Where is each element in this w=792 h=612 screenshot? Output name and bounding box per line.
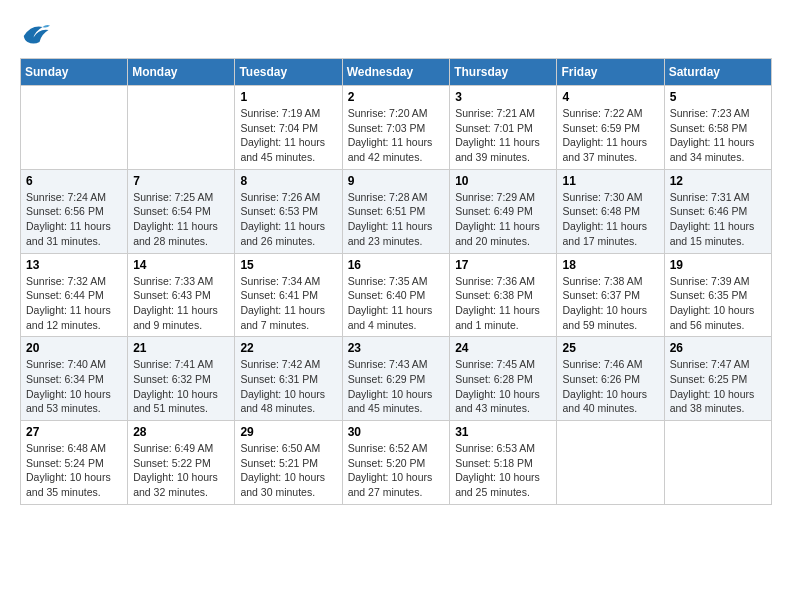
calendar-cell: 26Sunrise: 7:47 AMSunset: 6:25 PMDayligh… — [664, 337, 771, 421]
day-number: 14 — [133, 258, 229, 272]
day-number: 20 — [26, 341, 122, 355]
day-info: Sunrise: 7:26 AMSunset: 6:53 PMDaylight:… — [240, 190, 336, 249]
day-number: 7 — [133, 174, 229, 188]
day-info: Sunrise: 7:46 AMSunset: 6:26 PMDaylight:… — [562, 357, 658, 416]
calendar-cell: 10Sunrise: 7:29 AMSunset: 6:49 PMDayligh… — [450, 169, 557, 253]
day-number: 15 — [240, 258, 336, 272]
day-number: 3 — [455, 90, 551, 104]
calendar-cell — [664, 421, 771, 505]
calendar-cell: 27Sunrise: 6:48 AMSunset: 5:24 PMDayligh… — [21, 421, 128, 505]
day-number: 19 — [670, 258, 766, 272]
day-number: 10 — [455, 174, 551, 188]
day-info: Sunrise: 7:20 AMSunset: 7:03 PMDaylight:… — [348, 106, 445, 165]
day-number: 26 — [670, 341, 766, 355]
calendar-cell: 17Sunrise: 7:36 AMSunset: 6:38 PMDayligh… — [450, 253, 557, 337]
calendar-cell: 9Sunrise: 7:28 AMSunset: 6:51 PMDaylight… — [342, 169, 450, 253]
day-info: Sunrise: 7:38 AMSunset: 6:37 PMDaylight:… — [562, 274, 658, 333]
day-info: Sunrise: 7:30 AMSunset: 6:48 PMDaylight:… — [562, 190, 658, 249]
logo — [20, 20, 54, 48]
calendar-cell: 25Sunrise: 7:46 AMSunset: 6:26 PMDayligh… — [557, 337, 664, 421]
calendar-cell: 6Sunrise: 7:24 AMSunset: 6:56 PMDaylight… — [21, 169, 128, 253]
weekday-header: Tuesday — [235, 59, 342, 86]
calendar-week-row: 20Sunrise: 7:40 AMSunset: 6:34 PMDayligh… — [21, 337, 772, 421]
calendar-cell: 19Sunrise: 7:39 AMSunset: 6:35 PMDayligh… — [664, 253, 771, 337]
day-info: Sunrise: 7:41 AMSunset: 6:32 PMDaylight:… — [133, 357, 229, 416]
calendar-cell — [128, 86, 235, 170]
calendar-cell: 8Sunrise: 7:26 AMSunset: 6:53 PMDaylight… — [235, 169, 342, 253]
calendar-cell: 20Sunrise: 7:40 AMSunset: 6:34 PMDayligh… — [21, 337, 128, 421]
day-number: 18 — [562, 258, 658, 272]
calendar-header-row: SundayMondayTuesdayWednesdayThursdayFrid… — [21, 59, 772, 86]
day-number: 21 — [133, 341, 229, 355]
day-number: 6 — [26, 174, 122, 188]
day-number: 31 — [455, 425, 551, 439]
calendar-cell: 21Sunrise: 7:41 AMSunset: 6:32 PMDayligh… — [128, 337, 235, 421]
day-info: Sunrise: 7:24 AMSunset: 6:56 PMDaylight:… — [26, 190, 122, 249]
weekday-header: Friday — [557, 59, 664, 86]
calendar-cell — [21, 86, 128, 170]
calendar-cell: 4Sunrise: 7:22 AMSunset: 6:59 PMDaylight… — [557, 86, 664, 170]
calendar-cell: 24Sunrise: 7:45 AMSunset: 6:28 PMDayligh… — [450, 337, 557, 421]
day-info: Sunrise: 7:22 AMSunset: 6:59 PMDaylight:… — [562, 106, 658, 165]
day-info: Sunrise: 7:34 AMSunset: 6:41 PMDaylight:… — [240, 274, 336, 333]
day-number: 27 — [26, 425, 122, 439]
weekday-header: Wednesday — [342, 59, 450, 86]
calendar-cell: 1Sunrise: 7:19 AMSunset: 7:04 PMDaylight… — [235, 86, 342, 170]
calendar-cell: 16Sunrise: 7:35 AMSunset: 6:40 PMDayligh… — [342, 253, 450, 337]
calendar-week-row: 13Sunrise: 7:32 AMSunset: 6:44 PMDayligh… — [21, 253, 772, 337]
day-info: Sunrise: 7:32 AMSunset: 6:44 PMDaylight:… — [26, 274, 122, 333]
day-info: Sunrise: 6:50 AMSunset: 5:21 PMDaylight:… — [240, 441, 336, 500]
weekday-header: Sunday — [21, 59, 128, 86]
day-number: 30 — [348, 425, 445, 439]
day-info: Sunrise: 7:33 AMSunset: 6:43 PMDaylight:… — [133, 274, 229, 333]
day-number: 22 — [240, 341, 336, 355]
calendar-cell: 30Sunrise: 6:52 AMSunset: 5:20 PMDayligh… — [342, 421, 450, 505]
calendar-cell: 29Sunrise: 6:50 AMSunset: 5:21 PMDayligh… — [235, 421, 342, 505]
day-info: Sunrise: 7:47 AMSunset: 6:25 PMDaylight:… — [670, 357, 766, 416]
day-number: 25 — [562, 341, 658, 355]
day-info: Sunrise: 7:28 AMSunset: 6:51 PMDaylight:… — [348, 190, 445, 249]
day-info: Sunrise: 7:25 AMSunset: 6:54 PMDaylight:… — [133, 190, 229, 249]
calendar-cell: 31Sunrise: 6:53 AMSunset: 5:18 PMDayligh… — [450, 421, 557, 505]
day-number: 16 — [348, 258, 445, 272]
day-info: Sunrise: 6:52 AMSunset: 5:20 PMDaylight:… — [348, 441, 445, 500]
calendar-week-row: 6Sunrise: 7:24 AMSunset: 6:56 PMDaylight… — [21, 169, 772, 253]
weekday-header: Monday — [128, 59, 235, 86]
calendar-cell: 18Sunrise: 7:38 AMSunset: 6:37 PMDayligh… — [557, 253, 664, 337]
page-header — [20, 20, 772, 48]
day-number: 8 — [240, 174, 336, 188]
calendar-cell: 5Sunrise: 7:23 AMSunset: 6:58 PMDaylight… — [664, 86, 771, 170]
calendar-cell: 28Sunrise: 6:49 AMSunset: 5:22 PMDayligh… — [128, 421, 235, 505]
calendar-cell: 11Sunrise: 7:30 AMSunset: 6:48 PMDayligh… — [557, 169, 664, 253]
weekday-header: Saturday — [664, 59, 771, 86]
day-number: 2 — [348, 90, 445, 104]
day-info: Sunrise: 7:40 AMSunset: 6:34 PMDaylight:… — [26, 357, 122, 416]
day-info: Sunrise: 7:35 AMSunset: 6:40 PMDaylight:… — [348, 274, 445, 333]
day-info: Sunrise: 7:31 AMSunset: 6:46 PMDaylight:… — [670, 190, 766, 249]
day-number: 28 — [133, 425, 229, 439]
day-number: 12 — [670, 174, 766, 188]
day-number: 17 — [455, 258, 551, 272]
day-info: Sunrise: 7:19 AMSunset: 7:04 PMDaylight:… — [240, 106, 336, 165]
day-info: Sunrise: 6:49 AMSunset: 5:22 PMDaylight:… — [133, 441, 229, 500]
calendar-week-row: 27Sunrise: 6:48 AMSunset: 5:24 PMDayligh… — [21, 421, 772, 505]
calendar-cell: 2Sunrise: 7:20 AMSunset: 7:03 PMDaylight… — [342, 86, 450, 170]
day-info: Sunrise: 7:23 AMSunset: 6:58 PMDaylight:… — [670, 106, 766, 165]
day-number: 11 — [562, 174, 658, 188]
calendar-cell: 22Sunrise: 7:42 AMSunset: 6:31 PMDayligh… — [235, 337, 342, 421]
day-number: 1 — [240, 90, 336, 104]
calendar-cell: 12Sunrise: 7:31 AMSunset: 6:46 PMDayligh… — [664, 169, 771, 253]
day-info: Sunrise: 7:42 AMSunset: 6:31 PMDaylight:… — [240, 357, 336, 416]
day-info: Sunrise: 7:39 AMSunset: 6:35 PMDaylight:… — [670, 274, 766, 333]
day-number: 29 — [240, 425, 336, 439]
calendar-cell: 3Sunrise: 7:21 AMSunset: 7:01 PMDaylight… — [450, 86, 557, 170]
day-number: 5 — [670, 90, 766, 104]
weekday-header: Thursday — [450, 59, 557, 86]
calendar-cell: 14Sunrise: 7:33 AMSunset: 6:43 PMDayligh… — [128, 253, 235, 337]
day-number: 24 — [455, 341, 551, 355]
logo-bird-icon — [20, 20, 50, 48]
day-info: Sunrise: 7:45 AMSunset: 6:28 PMDaylight:… — [455, 357, 551, 416]
day-info: Sunrise: 7:43 AMSunset: 6:29 PMDaylight:… — [348, 357, 445, 416]
day-number: 13 — [26, 258, 122, 272]
calendar-table: SundayMondayTuesdayWednesdayThursdayFrid… — [20, 58, 772, 505]
